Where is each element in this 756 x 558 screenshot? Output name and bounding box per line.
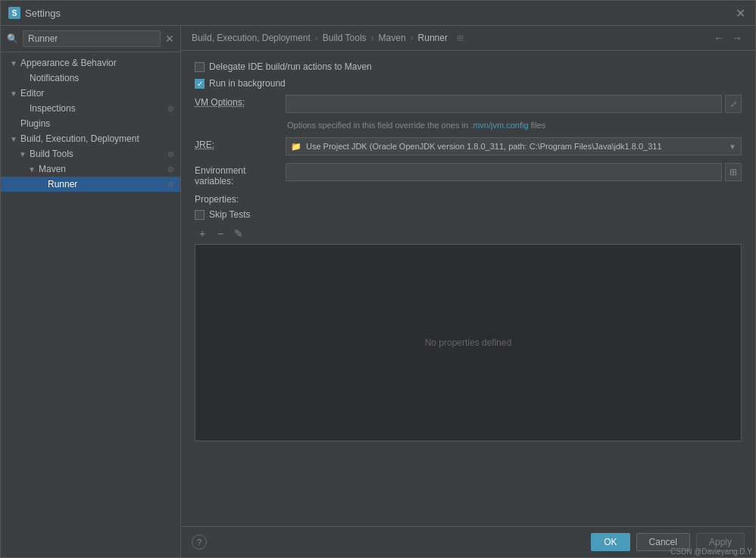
delegate-checkbox-label[interactable]: Delegate IDE build/run actions to Maven xyxy=(195,61,372,72)
sidebar-item-editor[interactable]: ▼ Editor xyxy=(1,86,180,101)
expand-arrow-build: ▼ xyxy=(10,135,17,143)
breadcrumb: Build, Execution, Deployment › Build Too… xyxy=(181,26,755,51)
env-vars-input-wrap: ⊞ xyxy=(286,163,742,181)
breadcrumb-nav: ← → xyxy=(711,32,745,44)
vm-hint-path: .mvn/jvm.config xyxy=(470,121,528,130)
expand-arrow-editor: ▼ xyxy=(10,89,17,98)
sidebar: 🔍 ✕ ▼ Appearance & Behavior Notification… xyxy=(1,26,181,557)
content-area: Build, Execution, Deployment › Build Too… xyxy=(181,26,755,557)
sidebar-item-inspections[interactable]: Inspections ⚙ xyxy=(1,101,180,116)
main-content: 🔍 ✕ ▼ Appearance & Behavior Notification… xyxy=(1,26,755,557)
no-properties-text: No properties defined xyxy=(425,337,512,348)
help-button[interactable]: ? xyxy=(192,534,207,550)
vm-options-input[interactable] xyxy=(286,95,722,113)
env-vars-input[interactable] xyxy=(286,163,722,181)
run-background-checkbox-label[interactable]: Run in background xyxy=(195,78,286,89)
vm-options-row: VM Options: ⤢ xyxy=(195,95,742,113)
sidebar-item-build-tools[interactable]: ▼ Build Tools ⚙ xyxy=(1,146,180,161)
jre-row: JRE: 📁 Use Project JDK (Oracle OpenJDK v… xyxy=(195,137,742,155)
jre-label: JRE: xyxy=(195,137,286,150)
breadcrumb-sep-2: › xyxy=(371,33,374,43)
breadcrumb-build-exec: Build, Execution, Deployment xyxy=(192,33,311,43)
env-vars-label: Environment variables: xyxy=(195,163,286,187)
remove-property-button[interactable]: − xyxy=(213,226,228,241)
run-background-label: Run in background xyxy=(209,78,286,89)
vm-options-label: VM Options: xyxy=(195,95,286,108)
delegate-row: Delegate IDE build/run actions to Maven xyxy=(195,61,742,72)
title-bar-left: S Settings xyxy=(8,7,61,19)
sidebar-item-maven[interactable]: ▼ Maven ⚙ xyxy=(1,161,180,177)
runner-settings-icon: ⚙ xyxy=(167,180,174,189)
window-title: Settings xyxy=(25,8,61,19)
breadcrumb-sep-1: › xyxy=(315,33,318,43)
env-vars-row: Environment variables: ⊞ xyxy=(195,163,742,187)
properties-table: No properties defined xyxy=(195,244,742,441)
skip-tests-checkbox[interactable] xyxy=(195,210,205,220)
app-icon: S xyxy=(8,7,20,19)
footer-left: ? xyxy=(192,534,207,550)
breadcrumb-runner: Runner xyxy=(418,33,448,43)
skip-tests-row: Skip Tests xyxy=(195,209,742,220)
breadcrumb-maven: Maven xyxy=(379,33,406,43)
jre-input-wrap: 📁 Use Project JDK (Oracle OpenJDK versio… xyxy=(286,137,742,155)
inspections-settings-icon: ⚙ xyxy=(167,105,174,113)
settings-body: Delegate IDE build/run actions to Maven … xyxy=(181,51,755,526)
settings-dialog: S Settings ✕ 🔍 ✕ ▼ Appearance & Behavior xyxy=(0,0,756,558)
build-tools-settings-icon: ⚙ xyxy=(167,150,174,158)
properties-label: Properties: xyxy=(195,194,742,205)
sidebar-item-notifications[interactable]: Notifications xyxy=(1,71,180,86)
sidebar-item-appearance[interactable]: ▼ Appearance & Behavior xyxy=(1,55,180,71)
expand-arrow-maven: ▼ xyxy=(28,165,36,174)
search-icon: 🔍 xyxy=(7,33,18,44)
props-toolbar: + − ✎ xyxy=(195,226,742,241)
vm-hint-suffix: files xyxy=(531,121,546,130)
vm-options-hint: Options specified in this field override… xyxy=(287,121,742,130)
delegate-label: Delegate IDE build/run actions to Maven xyxy=(209,61,372,72)
run-background-row: Run in background xyxy=(195,78,742,89)
nav-tree: ▼ Appearance & Behavior Notifications ▼ … xyxy=(1,52,180,557)
ok-button[interactable]: OK xyxy=(591,533,629,551)
jre-select[interactable]: 📁 Use Project JDK (Oracle OpenJDK versio… xyxy=(286,137,742,155)
search-bar: 🔍 ✕ xyxy=(1,26,180,52)
help-icon: ? xyxy=(197,538,201,547)
jre-folder-icon: 📁 xyxy=(291,142,301,152)
breadcrumb-forward-button[interactable]: → xyxy=(729,32,745,44)
search-clear-icon[interactable]: ✕ xyxy=(165,33,174,45)
skip-tests-label: Skip Tests xyxy=(209,209,250,220)
properties-section: Properties: Skip Tests + − ✎ No properti… xyxy=(195,194,742,441)
breadcrumb-hash-icon: ⊞ xyxy=(457,33,464,43)
sidebar-item-runner[interactable]: Runner ⚙ xyxy=(1,177,180,192)
breadcrumb-build-tools: Build Tools xyxy=(323,33,367,43)
close-button[interactable]: ✕ xyxy=(733,5,748,20)
run-background-checkbox[interactable] xyxy=(195,79,205,89)
breadcrumb-back-button[interactable]: ← xyxy=(711,32,726,44)
env-vars-browse-button[interactable]: ⊞ xyxy=(725,163,742,181)
search-input[interactable] xyxy=(23,30,161,47)
vm-options-expand-button[interactable]: ⤢ xyxy=(725,95,742,113)
footer: ? OK Cancel Apply xyxy=(181,526,755,557)
jre-value: Use Project JDK (Oracle OpenJDK version … xyxy=(306,142,729,151)
maven-settings-icon: ⚙ xyxy=(167,165,174,174)
sidebar-item-plugins[interactable]: Plugins xyxy=(1,116,180,131)
title-bar: S Settings ✕ xyxy=(1,1,755,26)
jre-dropdown-arrow-icon: ▼ xyxy=(729,143,736,151)
expand-arrow-appearance: ▼ xyxy=(10,59,17,67)
add-property-button[interactable]: + xyxy=(195,226,210,241)
watermark: CSDN @Davieyang.D.Y xyxy=(670,547,752,556)
vm-hint-prefix: Options specified in this field override… xyxy=(287,121,468,130)
sidebar-item-build-exec[interactable]: ▼ Build, Execution, Deployment xyxy=(1,131,180,146)
edit-property-button[interactable]: ✎ xyxy=(231,226,246,241)
delegate-checkbox[interactable] xyxy=(195,62,205,72)
expand-arrow-build-tools: ▼ xyxy=(19,150,27,158)
breadcrumb-sep-3: › xyxy=(411,33,414,43)
vm-options-input-wrap: ⤢ xyxy=(286,95,742,113)
